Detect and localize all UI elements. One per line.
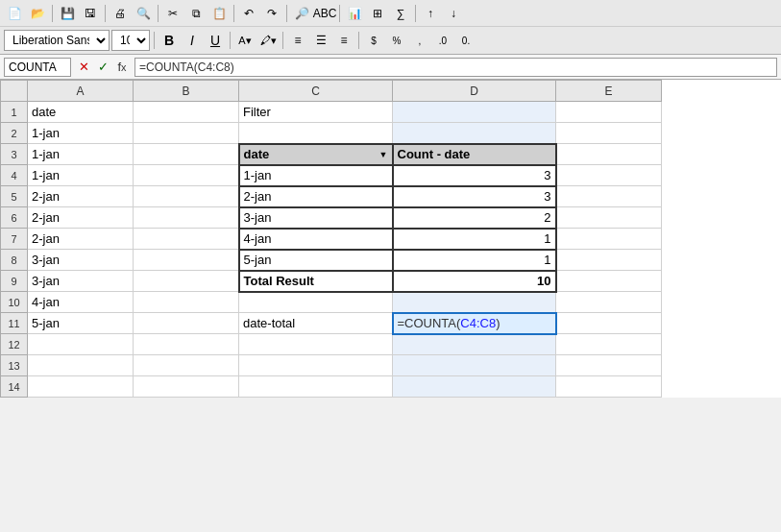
cell-E5[interactable] xyxy=(556,186,662,207)
cell-B5[interactable] xyxy=(134,186,239,207)
italic-button[interactable]: I xyxy=(182,30,203,51)
percent-button[interactable]: % xyxy=(386,30,407,51)
cell-D10[interactable] xyxy=(393,292,556,313)
cell-A8[interactable]: 3-jan xyxy=(28,250,134,271)
sort-desc-icon[interactable]: ↓ xyxy=(443,3,464,24)
insert-table-icon[interactable]: ⊞ xyxy=(367,3,388,24)
cell-D7[interactable]: 1 xyxy=(393,229,556,250)
cell-B2[interactable] xyxy=(134,123,239,144)
cell-A12[interactable] xyxy=(28,334,134,355)
sort-asc-icon[interactable]: ↑ xyxy=(420,3,441,24)
cell-ref-input[interactable] xyxy=(4,58,71,77)
preview-icon[interactable]: 🔍 xyxy=(133,3,154,24)
undo-icon[interactable]: ↶ xyxy=(238,3,259,24)
cell-B11[interactable] xyxy=(134,313,239,334)
cell-C10[interactable] xyxy=(239,292,393,313)
cut-icon[interactable]: ✂ xyxy=(162,3,183,24)
cell-E12[interactable] xyxy=(556,334,662,355)
save2-icon[interactable]: 🖫 xyxy=(80,3,101,24)
col-header-B[interactable]: B xyxy=(134,81,239,102)
cell-B8[interactable] xyxy=(134,250,239,271)
col-header-C[interactable]: C xyxy=(239,81,393,102)
cell-D9[interactable]: 10 xyxy=(393,271,556,292)
spellcheck-icon[interactable]: ABC xyxy=(314,3,335,24)
cell-B7[interactable] xyxy=(134,229,239,250)
cell-A13[interactable] xyxy=(28,355,134,376)
cell-B14[interactable] xyxy=(134,376,239,398)
dropdown-arrow-icon[interactable]: ▼ xyxy=(379,150,388,159)
cell-E14[interactable] xyxy=(556,376,662,398)
cell-C7[interactable]: 4-jan xyxy=(239,229,393,250)
cell-C9[interactable]: Total Result xyxy=(239,271,393,292)
cell-C11[interactable]: date-total xyxy=(239,313,393,334)
cell-D8[interactable]: 1 xyxy=(393,250,556,271)
cell-C12[interactable] xyxy=(239,334,393,355)
font-size-selector[interactable]: 10 xyxy=(111,30,150,51)
cell-C3[interactable]: date▼ xyxy=(239,144,393,165)
cell-A4[interactable]: 1-jan xyxy=(28,165,134,186)
cell-B1[interactable] xyxy=(134,102,239,123)
print-icon[interactable]: 🖨 xyxy=(110,3,131,24)
cell-D13[interactable] xyxy=(393,355,556,376)
cell-E10[interactable] xyxy=(556,292,662,313)
cell-D5[interactable]: 3 xyxy=(393,186,556,207)
cell-E6[interactable] xyxy=(556,207,662,229)
redo-icon[interactable]: ↷ xyxy=(261,3,282,24)
sheet-container[interactable]: A B C D E 1dateFilter21-jan31-jandate▼Co… xyxy=(0,80,781,398)
cell-D12[interactable] xyxy=(393,334,556,355)
cell-B9[interactable] xyxy=(134,271,239,292)
cell-E1[interactable] xyxy=(556,102,662,123)
paste-icon[interactable]: 📋 xyxy=(208,3,230,24)
open-icon[interactable]: 📂 xyxy=(27,3,48,24)
font-name-selector[interactable]: Liberation Sans xyxy=(4,30,110,51)
currency-button[interactable]: $ xyxy=(363,30,384,51)
decimal-dec-button[interactable]: 0. xyxy=(455,30,476,51)
cell-D3[interactable]: Count - date xyxy=(393,144,556,165)
font-color-button[interactable]: A▾ xyxy=(234,30,256,51)
cell-A1[interactable]: date xyxy=(28,102,134,123)
cell-E4[interactable] xyxy=(556,165,662,186)
cell-B4[interactable] xyxy=(134,165,239,186)
cell-D11[interactable]: =COUNTA(C4:C8) xyxy=(393,313,556,334)
decimal-inc-button[interactable]: .0 xyxy=(432,30,453,51)
cell-A14[interactable] xyxy=(28,376,134,398)
cell-A3[interactable]: 1-jan xyxy=(28,144,134,165)
bold-button[interactable]: B xyxy=(159,30,180,51)
insert-chart-icon[interactable]: 📊 xyxy=(344,3,365,24)
cancel-formula-icon[interactable]: ✕ xyxy=(75,59,92,76)
cell-B10[interactable] xyxy=(134,292,239,313)
cell-D1[interactable] xyxy=(393,102,556,123)
cell-D2[interactable] xyxy=(393,123,556,144)
cell-E3[interactable] xyxy=(556,144,662,165)
confirm-formula-icon[interactable]: ✓ xyxy=(94,59,111,76)
cell-A6[interactable]: 2-jan xyxy=(28,207,134,229)
col-header-A[interactable]: A xyxy=(28,81,134,102)
cell-B3[interactable] xyxy=(134,144,239,165)
cell-D14[interactable] xyxy=(393,376,556,398)
cell-E9[interactable] xyxy=(556,271,662,292)
cell-C1[interactable]: Filter xyxy=(239,102,393,123)
underline-button[interactable]: U xyxy=(205,30,226,51)
thousand-button[interactable]: , xyxy=(409,30,430,51)
col-header-D[interactable]: D xyxy=(393,81,556,102)
find-icon[interactable]: 🔎 xyxy=(291,3,312,24)
cell-A9[interactable]: 3-jan xyxy=(28,271,134,292)
cell-D6[interactable]: 2 xyxy=(393,207,556,229)
align-right-button[interactable]: ≡ xyxy=(333,30,354,51)
cell-A7[interactable]: 2-jan xyxy=(28,229,134,250)
cell-B13[interactable] xyxy=(134,355,239,376)
cell-E7[interactable] xyxy=(556,229,662,250)
cell-E2[interactable] xyxy=(556,123,662,144)
cell-E13[interactable] xyxy=(556,355,662,376)
new-icon[interactable]: 📄 xyxy=(4,3,25,24)
cell-E11[interactable] xyxy=(556,313,662,334)
cell-C13[interactable] xyxy=(239,355,393,376)
insert-function-icon[interactable]: fx xyxy=(113,59,131,76)
copy-icon[interactable]: ⧉ xyxy=(185,3,207,24)
insert-func-icon[interactable]: ∑ xyxy=(390,3,411,24)
cell-C5[interactable]: 2-jan xyxy=(239,186,393,207)
highlight-color-button[interactable]: 🖍▾ xyxy=(257,30,279,51)
cell-A10[interactable]: 4-jan xyxy=(28,292,134,313)
align-center-button[interactable]: ☰ xyxy=(310,30,331,51)
cell-C8[interactable]: 5-jan xyxy=(239,250,393,271)
